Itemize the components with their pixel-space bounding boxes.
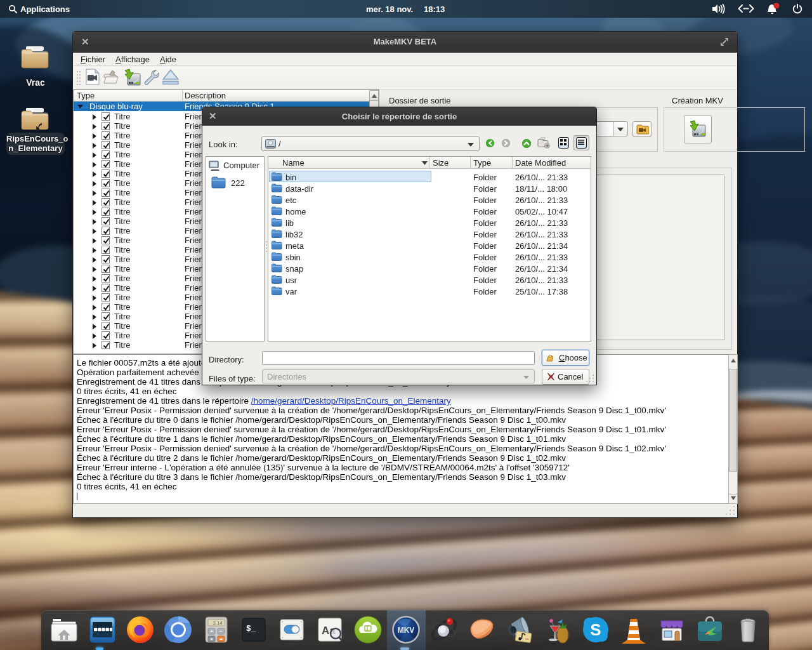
svg-text:−: − xyxy=(219,628,223,634)
svg-text:MKV: MKV xyxy=(398,626,415,635)
svg-text:S: S xyxy=(590,620,601,639)
svg-text:×: × xyxy=(210,636,213,642)
svg-text:$_: $_ xyxy=(246,624,256,633)
svg-text:+: + xyxy=(210,628,213,634)
svg-text:=: = xyxy=(219,636,223,642)
svg-text:3.14: 3.14 xyxy=(213,620,223,626)
